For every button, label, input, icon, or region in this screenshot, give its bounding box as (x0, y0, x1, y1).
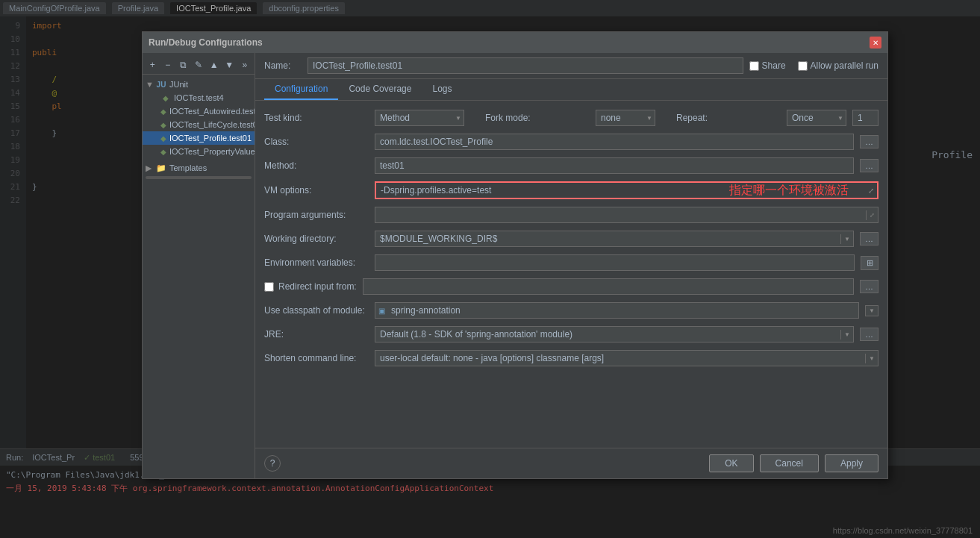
junit-arrow: ▼ (146, 80, 153, 89)
move-down-button[interactable]: ▼ (222, 57, 237, 72)
tree-item-label: IOCTest.test4 (174, 93, 224, 102)
cancel-button[interactable]: Cancel (760, 454, 819, 472)
jre-dropdown-button[interactable]: ▼ (840, 330, 853, 340)
dialog-body: + − ⧉ ✎ ▲ ▼ » ▼ JU JUnit ◆ IOCTest (143, 53, 887, 478)
tree-item-profile[interactable]: ◆ IOCTest_Profile.test01 (143, 131, 255, 145)
redirect-browse-button[interactable]: … (860, 280, 878, 293)
classpath-label: Use classpath of module: (264, 305, 369, 316)
close-button[interactable]: ✕ (870, 37, 881, 49)
tab-configuration[interactable]: Configuration (264, 79, 338, 100)
edit-config-button[interactable]: ✎ (192, 57, 206, 72)
tree-item-label: IOCTest_LifeCycle.test01 (169, 120, 255, 129)
test-kind-row: Test kind: Method Fork mode: none (264, 110, 878, 126)
redirect-checkbox-group: Redirect input from: (264, 281, 357, 292)
tab-logs[interactable]: Logs (422, 79, 462, 100)
remove-config-button[interactable]: − (161, 57, 175, 72)
classpath-dropdown-button[interactable]: ▼ (865, 305, 878, 316)
vm-options-label: VM options: (264, 185, 369, 196)
redirect-row: Redirect input from: … (264, 278, 878, 295)
tree-item-lifecycle[interactable]: ◆ IOCTest_LifeCycle.test01 (143, 118, 255, 131)
junit-icon: JU (156, 79, 166, 90)
dialog-title: Run/Debug Configurations (149, 37, 263, 48)
fork-mode-select[interactable]: none (596, 110, 655, 126)
test-item-icon: ◆ (160, 106, 166, 116)
templates-group[interactable]: ▶ 📁 Templates (143, 161, 255, 175)
config-content: Test kind: Method Fork mode: none (255, 101, 887, 448)
left-panel-scrollbar[interactable] (146, 176, 252, 179)
tree-item-label: IOCTest_PropertyValues. (169, 147, 255, 156)
module-input-wrapper: ▣ (375, 302, 859, 319)
tree-item-property[interactable]: ◆ IOCTest_PropertyValues. (143, 145, 255, 158)
left-panel: + − ⧉ ✎ ▲ ▼ » ▼ JU JUnit ◆ IOCTest (143, 53, 255, 478)
junit-label: JUnit (169, 80, 188, 89)
allow-parallel-checkbox[interactable] (798, 61, 808, 71)
repeat-label: Repeat: (676, 113, 781, 123)
redirect-input[interactable] (363, 278, 854, 295)
working-dir-browse-button[interactable]: … (860, 232, 878, 245)
templates-icon: 📁 (156, 163, 166, 173)
tree-item-test4[interactable]: ◆ IOCTest.test4 (143, 91, 255, 104)
redirect-label: Redirect input from: (278, 281, 357, 292)
jre-browse-button[interactable]: … (860, 328, 878, 341)
shorten-label: Shorten command line: (264, 353, 369, 363)
more-button[interactable]: » (237, 57, 252, 72)
share-options: Share Allow parallel run (749, 60, 878, 71)
add-config-button[interactable]: + (146, 57, 160, 72)
apply-button[interactable]: Apply (825, 454, 878, 472)
vm-input-wrapper: ⤢ (375, 181, 878, 199)
name-row: Name: Share Allow parallel run (255, 53, 887, 79)
test-kind-label: Test kind: (264, 113, 369, 123)
config-tree: ▼ JU JUnit ◆ IOCTest.test4 ◆ IOCTest_Aut… (143, 75, 255, 175)
ok-button[interactable]: OK (709, 454, 753, 472)
env-vars-browse-button[interactable]: ⊞ (861, 256, 878, 270)
shorten-dropdown-button[interactable]: ▼ (865, 354, 878, 363)
shorten-wrapper: ▼ (375, 350, 878, 366)
env-vars-input[interactable] (375, 254, 855, 271)
test-kind-select[interactable]: Method (375, 110, 464, 126)
tree-toolbar: + − ⧉ ✎ ▲ ▼ » (143, 56, 255, 75)
templates-arrow: ▶ (146, 163, 153, 173)
share-label: Share (762, 60, 786, 71)
env-vars-label: Environment variables: (264, 257, 369, 268)
fork-mode-group: Fork mode: none (485, 110, 655, 126)
test-item-icon: ◆ (160, 146, 166, 157)
test-kind-select-wrapper: Method (375, 110, 464, 126)
program-args-input[interactable] (375, 207, 866, 222)
tree-item-label: IOCTest_Autowired.test0 (169, 107, 255, 116)
fork-mode-label: Fork mode: (485, 113, 590, 123)
templates-label: Templates (169, 163, 207, 172)
share-checkbox[interactable] (749, 61, 759, 71)
jre-input[interactable] (375, 327, 840, 342)
tree-item-autowired[interactable]: ◆ IOCTest_Autowired.test0 (143, 104, 255, 118)
working-dir-input[interactable] (375, 231, 840, 246)
class-browse-button[interactable]: … (860, 135, 878, 148)
working-dir-row: Working directory: ▼ … (264, 231, 878, 247)
program-args-expand-button[interactable]: ⤢ (866, 210, 878, 220)
junit-group[interactable]: ▼ JU JUnit (143, 78, 255, 91)
vm-options-input[interactable] (376, 183, 865, 198)
config-tabs: Configuration Code Coverage Logs (255, 79, 887, 101)
class-row: Class: … (264, 134, 878, 150)
module-icon: ▣ (375, 305, 388, 316)
shorten-input[interactable] (375, 351, 865, 366)
repeat-count-input[interactable] (852, 110, 878, 126)
redirect-checkbox[interactable] (264, 282, 274, 292)
jre-row: JRE: ▼ … (264, 326, 878, 342)
tab-code-coverage[interactable]: Code Coverage (338, 79, 422, 100)
class-input[interactable] (375, 134, 854, 150)
name-input[interactable] (308, 57, 743, 74)
move-up-button[interactable]: ▲ (207, 57, 221, 72)
repeat-select-wrapper: Once (787, 110, 846, 126)
name-label: Name: (264, 60, 302, 71)
classpath-input[interactable] (388, 303, 858, 318)
program-args-row: Program arguments: ⤢ (264, 207, 878, 223)
dialog-title-bar[interactable]: Run/Debug Configurations ✕ (143, 32, 887, 53)
method-browse-button[interactable]: … (860, 159, 878, 172)
copy-config-button[interactable]: ⧉ (176, 57, 190, 72)
help-button[interactable]: ? (264, 455, 281, 472)
working-dir-dropdown-button[interactable]: ▼ (840, 234, 853, 244)
test-item-icon: ◆ (160, 119, 166, 130)
vm-expand-button[interactable]: ⤢ (865, 185, 877, 196)
method-input[interactable] (375, 157, 854, 174)
repeat-select[interactable]: Once (787, 110, 846, 126)
